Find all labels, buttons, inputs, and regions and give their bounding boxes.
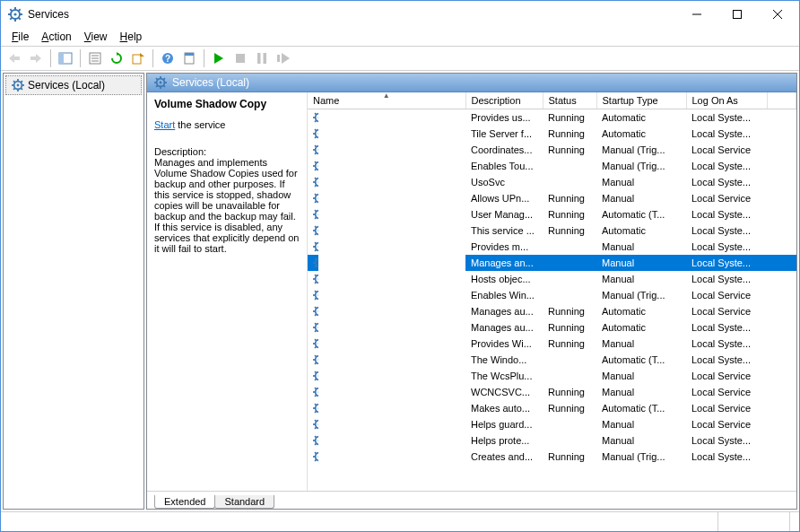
service-startup: Automatic xyxy=(596,126,686,142)
start-service-link[interactable]: Start xyxy=(154,119,175,130)
table-row[interactable]: User ManagerUser Manag...RunningAutomati… xyxy=(308,206,796,222)
service-logon: Local Service xyxy=(686,400,767,416)
table-row[interactable]: WebClientEnables Win...Manual (Trig...Lo… xyxy=(308,287,796,303)
service-logon: Local Service xyxy=(686,416,767,432)
svg-rect-11 xyxy=(733,11,741,19)
column-header-name[interactable]: Name▲ xyxy=(308,92,465,109)
service-startup: Manual xyxy=(596,190,686,206)
gear-icon xyxy=(313,386,318,398)
gear-icon xyxy=(313,273,318,285)
stop-service-button[interactable] xyxy=(230,48,250,68)
svg-rect-32 xyxy=(264,53,267,64)
help-button[interactable]: ? xyxy=(158,48,178,68)
service-status xyxy=(543,416,596,432)
table-row[interactable]: Tile Data model serverTile Server f...Ru… xyxy=(308,126,796,142)
app-icon xyxy=(8,7,22,22)
service-description: Provides us... xyxy=(465,109,543,126)
table-row[interactable]: Windows Connect Now - C...WCNCSVC...Runn… xyxy=(308,384,796,400)
gear-icon xyxy=(313,370,318,382)
selected-service-name: Volume Shadow Copy xyxy=(154,98,300,110)
table-row[interactable]: Windows BackupProvides Wi...RunningManua… xyxy=(308,336,796,352)
service-logon: Local Service xyxy=(686,303,767,319)
table-row[interactable]: Windows Connection Mana...Makes auto...R… xyxy=(308,400,796,416)
service-description: Provides Wi... xyxy=(465,336,543,352)
table-row[interactable]: User Profile ServiceThis service ...Runn… xyxy=(308,222,796,239)
gear-icon xyxy=(313,257,318,269)
table-row[interactable]: Windows AudioManages au...RunningAutomat… xyxy=(308,303,796,319)
table-row[interactable]: ThemesProvides us...RunningAutomaticLoca… xyxy=(308,109,796,126)
back-button[interactable] xyxy=(4,48,24,68)
table-row[interactable]: UPnP Device HostAllows UPn...RunningManu… xyxy=(308,190,796,206)
service-description: Enables Win... xyxy=(465,287,543,303)
sort-asc-icon: ▲ xyxy=(383,92,390,100)
service-status xyxy=(543,271,596,287)
column-header-startup[interactable]: Startup Type xyxy=(596,92,686,109)
svg-rect-30 xyxy=(236,54,245,63)
services-list[interactable]: Name▲ Description Status Startup Type Lo… xyxy=(307,92,796,491)
show-hide-tree-button[interactable] xyxy=(56,48,75,68)
gear-icon xyxy=(154,76,167,89)
table-row[interactable]: Virtual DiskProvides m...ManualLocal Sys… xyxy=(308,239,796,255)
service-description: Helps prote... xyxy=(465,432,543,449)
svg-marker-29 xyxy=(214,53,223,64)
column-header-description[interactable]: Description xyxy=(465,92,543,109)
pause-service-button[interactable] xyxy=(252,48,272,68)
table-row[interactable]: Windows Audio Endpoint B...Manages au...… xyxy=(308,319,796,336)
service-logon: Local Syste... xyxy=(686,449,767,465)
gear-icon xyxy=(313,289,318,301)
description-text: Manages and implements Volume Shadow Cop… xyxy=(154,157,300,254)
close-button[interactable] xyxy=(757,2,797,28)
start-service-button[interactable] xyxy=(209,48,229,68)
service-status xyxy=(543,255,596,271)
refresh-button[interactable] xyxy=(107,48,126,68)
tab-extended[interactable]: Extended xyxy=(154,495,215,509)
service-startup: Manual xyxy=(596,384,686,400)
column-header-logon[interactable]: Log On As xyxy=(686,92,767,109)
service-description: User Manag... xyxy=(465,206,543,222)
service-description: Coordinates... xyxy=(465,142,543,158)
menu-view[interactable]: View xyxy=(79,30,113,44)
forward-button[interactable] xyxy=(26,48,46,68)
tree-node-label: Services (Local) xyxy=(28,79,105,92)
help-topics-button[interactable] xyxy=(179,48,199,68)
table-row[interactable]: Windows Driver Foundation...Creates and.… xyxy=(308,449,796,465)
service-status xyxy=(543,158,596,174)
service-description: Makes auto... xyxy=(465,400,543,416)
service-status: Running xyxy=(543,384,596,400)
service-logon: Local Syste... xyxy=(686,352,767,368)
menubar: File Action View Help xyxy=(1,28,799,46)
table-row[interactable]: Windows Biometric ServiceThe Windo...Aut… xyxy=(308,352,796,368)
service-logon: Local Service xyxy=(686,368,767,384)
table-row[interactable]: Time BrokerCoordinates...RunningManual (… xyxy=(308,142,796,158)
service-startup: Manual xyxy=(596,174,686,190)
table-row[interactable]: Windows Defender Networ...Helps guard...… xyxy=(308,416,796,432)
properties-button[interactable] xyxy=(85,48,105,68)
maximize-button[interactable] xyxy=(717,2,757,28)
table-row[interactable]: Volume Shadow CopyManages an...ManualLoc… xyxy=(308,255,796,271)
service-startup: Manual xyxy=(596,416,686,432)
titlebar[interactable]: Services xyxy=(1,1,799,28)
pane-header-title: Services (Local) xyxy=(172,76,249,89)
view-tabs: Extended Standard xyxy=(147,491,796,509)
export-button[interactable] xyxy=(128,48,148,68)
table-row[interactable]: Touch Keyboard and Hand...Enables Tou...… xyxy=(308,158,796,174)
column-header-spacer xyxy=(767,92,796,109)
restart-service-button[interactable] xyxy=(274,48,293,68)
minimize-button[interactable] xyxy=(676,2,717,28)
table-row[interactable]: Windows Defender ServiceHelps prote...Ma… xyxy=(308,432,796,449)
menu-file[interactable]: File xyxy=(6,30,34,44)
service-description: The WcsPlu... xyxy=(465,368,543,384)
tab-standard[interactable]: Standard xyxy=(214,495,274,509)
console-tree[interactable]: Services (Local) xyxy=(3,73,144,510)
menu-help[interactable]: Help xyxy=(115,30,148,44)
table-row[interactable]: WalletServiceHosts objec...ManualLocal S… xyxy=(308,271,796,287)
service-description: Manages au... xyxy=(465,303,543,319)
menu-action[interactable]: Action xyxy=(36,30,76,44)
tree-node-services-local[interactable]: Services (Local) xyxy=(5,75,142,95)
service-description: This service ... xyxy=(465,222,543,239)
service-status: Running xyxy=(543,126,596,142)
table-row[interactable]: Windows Color SystemThe WcsPlu...ManualL… xyxy=(308,368,796,384)
table-row[interactable]: Update Orchestrator ServiceUsoSvcManualL… xyxy=(308,174,796,190)
service-startup: Manual xyxy=(596,336,686,352)
column-header-status[interactable]: Status xyxy=(543,92,596,109)
